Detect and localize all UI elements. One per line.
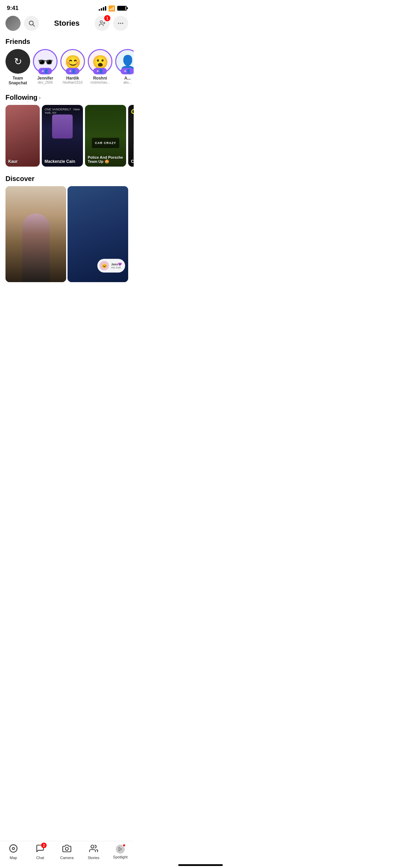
discover-user-sub: Hlo Didi	[111, 266, 122, 269]
card-label-top: ONE VANDERBILT · New York, NY	[45, 108, 80, 114]
user-avatar[interactable]	[5, 16, 21, 31]
following-section-label: Following	[5, 94, 37, 101]
friends-scroll: ↻ Team Snapchat 🕶️ +👤 Jennifer dev_2506 …	[0, 49, 134, 91]
refresh-icon: ↻	[14, 56, 22, 67]
following-scroll: Kaur ONE VANDERBILT · New York, NY Macke…	[0, 105, 134, 172]
friend-name: Roshni	[93, 76, 107, 81]
battery-icon	[117, 6, 127, 11]
add-friend-button[interactable]: 1	[95, 16, 110, 31]
story-card-mackenzie[interactable]: ONE VANDERBILT · New York, NY Mackenzie …	[42, 105, 83, 167]
svg-point-7	[122, 23, 123, 24]
friend-name: Hardik	[66, 76, 79, 81]
discover-grid: 🐱 Jass💜 Hlo Didi	[0, 186, 134, 310]
friend-username: hkothari1510	[63, 81, 83, 84]
friend-name: A...	[124, 76, 131, 81]
svg-point-6	[120, 23, 121, 24]
following-arrow-icon: ›	[39, 95, 40, 101]
friend-username: roshnichav...	[90, 81, 110, 84]
status-icons: 📶	[99, 5, 127, 12]
header: Stories 1	[0, 14, 134, 35]
friend-name: Jennifer	[37, 76, 53, 81]
search-button[interactable]	[24, 16, 39, 31]
friend-avatar-wrap: 😊 +👤	[60, 49, 85, 74]
discover-user-name: Jass💜	[111, 263, 122, 266]
following-header[interactable]: Following ›	[0, 91, 134, 105]
svg-point-2	[100, 21, 102, 23]
friend-username: dev_2506	[38, 81, 53, 84]
friends-section-label: Friends	[0, 35, 134, 49]
friend-item-a[interactable]: 👤 +👤 A... aks...	[115, 49, 134, 85]
friend-avatar-wrap: 👤 +👤	[115, 49, 134, 74]
svg-point-5	[118, 23, 119, 24]
friend-item-team-snapchat[interactable]: ↻ Team Snapchat	[5, 49, 30, 85]
add-friend-overlay: +👤	[66, 68, 80, 74]
story-card-label: Police And Porsche Team Up 🤩	[88, 155, 123, 164]
story-card-label: Car Show Regrets	[131, 159, 134, 164]
friend-avatar-wrap: 🕶️ +👤	[33, 49, 58, 74]
add-friend-overlay: +👤	[93, 68, 107, 74]
friend-item-roshni[interactable]: 😮 +👤 Roshni roshnichav...	[88, 49, 112, 85]
add-friend-overlay: +👤	[38, 68, 52, 74]
friend-name: Team Snapchat	[5, 76, 30, 85]
friend-avatar-wrap: 😮 +👤	[88, 49, 112, 74]
page-title: Stories	[54, 19, 80, 28]
header-left	[5, 16, 39, 31]
friend-item-hardik[interactable]: 😊 +👤 Hardik hkothari1510	[60, 49, 85, 85]
wifi-icon: 📶	[108, 5, 115, 12]
notification-badge: 1	[104, 15, 110, 21]
header-right: 1	[95, 16, 128, 31]
friend-item-jennifer[interactable]: 🕶️ +👤 Jennifer dev_2506	[33, 49, 58, 85]
story-card-cars[interactable]: CARS Car Show Regrets	[128, 105, 134, 167]
add-friend-overlay: +👤	[121, 68, 134, 74]
story-card-label: Mackenzie Cain	[45, 159, 80, 164]
story-card-kaur[interactable]: Kaur	[5, 105, 40, 167]
team-snapchat-avatar: ↻	[5, 49, 30, 74]
friend-avatar-wrap: ↻	[5, 49, 30, 74]
status-time: 9:41	[7, 5, 19, 12]
discover-card-2[interactable]: 🐱 Jass💜 Hlo Didi	[68, 186, 128, 282]
signal-bars-icon	[99, 6, 106, 11]
discover-section-label: Discover	[0, 172, 134, 186]
story-card-label: Kaur	[8, 159, 37, 164]
story-card-police[interactable]: CAR CRAZY Police And Porsche Team Up 🤩	[85, 105, 126, 167]
friend-username: aks...	[123, 81, 132, 84]
discover-card-1[interactable]	[5, 186, 66, 282]
svg-line-1	[33, 25, 35, 26]
status-bar: 9:41 📶	[0, 0, 134, 14]
more-options-button[interactable]	[113, 16, 128, 31]
